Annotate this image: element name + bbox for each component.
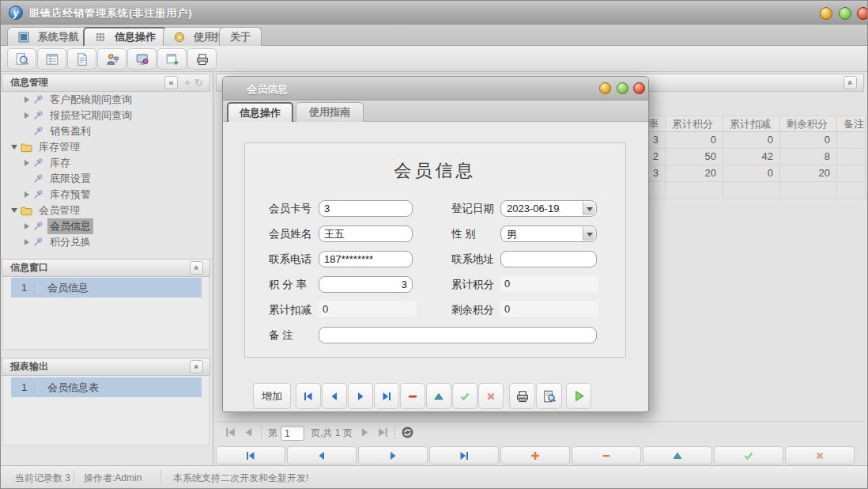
table-cell[interactable] [837, 149, 866, 165]
collapse-content-button[interactable]: « [843, 76, 857, 89]
table-cell[interactable]: 20 [666, 165, 723, 182]
window-close-button[interactable] [857, 7, 868, 20]
page-first-button[interactable] [224, 426, 237, 442]
search-preview-button[interactable] [7, 48, 36, 70]
dialog-maximize-button[interactable] [617, 82, 628, 94]
points-rate-input[interactable] [319, 276, 413, 293]
tree-item-points-exchange[interactable]: 积分兑换 [3, 234, 207, 250]
grid-prev-button[interactable] [287, 446, 357, 464]
monitor-button[interactable] [127, 48, 157, 70]
grid-delete-button[interactable] [572, 446, 641, 464]
collapse-panel-button[interactable]: « [190, 360, 203, 373]
tree-folder-member-management[interactable]: 会员管理 [3, 203, 207, 218]
grid-confirm-button[interactable] [714, 446, 783, 464]
tree-item-damage-register-query[interactable]: 报损登记期间查询 [3, 108, 207, 123]
print-preview-button[interactable] [536, 383, 562, 409]
window-minimize-button[interactable] [820, 7, 832, 20]
dialog-tab-info-ops[interactable]: 信息操作 [227, 102, 293, 122]
expand-icon[interactable] [25, 112, 29, 119]
expand-icon[interactable] [25, 160, 29, 166]
table-cell[interactable] [837, 132, 866, 149]
collapse-icon[interactable] [11, 208, 17, 213]
tab-system-nav[interactable]: 系统导航 [7, 27, 90, 46]
grid-last-button[interactable] [429, 446, 499, 464]
collapse-sidebar-button[interactable]: « [164, 76, 178, 89]
dialog-close-button[interactable] [633, 82, 645, 94]
register-date-combobox[interactable]: 2023-06-19 [500, 200, 597, 217]
card-number-input[interactable] [319, 200, 413, 217]
tree-item-customer-fitting-query[interactable]: 客户配镜期间查询 [3, 92, 207, 108]
grid-first-button[interactable] [216, 446, 285, 464]
record-first-button[interactable] [296, 383, 321, 409]
run-report-button[interactable] [566, 383, 591, 409]
chevron-down-icon[interactable] [583, 227, 595, 241]
record-prev-button[interactable] [322, 383, 347, 409]
table-cell[interactable]: 0 [723, 165, 780, 182]
table-cell[interactable]: 0 [723, 132, 780, 149]
grid-add-button[interactable] [500, 446, 570, 464]
record-edit-button[interactable] [426, 383, 451, 409]
expand-icon[interactable] [25, 97, 29, 103]
page-last-button[interactable] [376, 426, 390, 442]
operator-button[interactable] [97, 48, 126, 70]
report-output-list-item[interactable]: 1 会员信息表 [11, 377, 202, 397]
printer-button[interactable] [187, 48, 217, 70]
refresh-button[interactable] [401, 426, 414, 442]
collapse-panel-button[interactable]: « [190, 261, 203, 275]
add-record-button[interactable]: 增加 [253, 383, 291, 409]
record-confirm-button[interactable] [452, 383, 477, 409]
window-maximize-button[interactable] [839, 7, 851, 20]
address-input[interactable] [500, 251, 597, 267]
print-button[interactable] [509, 383, 535, 409]
grid-edit-button[interactable] [643, 446, 712, 464]
points-rate-label: 积 分 率 [269, 276, 307, 293]
page-prev-button[interactable] [242, 426, 255, 442]
document-button[interactable] [67, 48, 96, 70]
phone-input[interactable] [319, 251, 413, 267]
page-next-button[interactable] [358, 426, 372, 442]
column-header[interactable]: 累计积分 [666, 116, 723, 132]
dialog-tab-user-guide[interactable]: 使用指南 [296, 102, 364, 122]
remark-input[interactable] [319, 327, 597, 343]
column-header[interactable]: 备注 [837, 116, 866, 132]
member-name-input[interactable] [319, 226, 413, 242]
tree-item-floor-limit-setting[interactable]: 底限设置 [3, 171, 207, 187]
tree-item-inventory[interactable]: 库存 [3, 155, 207, 171]
tree-folder-inventory-management[interactable]: 库存管理 [3, 139, 207, 155]
refresh-icon[interactable]: ↻ [194, 76, 203, 89]
table-cell[interactable] [837, 165, 866, 182]
record-cancel-button[interactable] [478, 383, 504, 409]
tab-about[interactable]: 关于 [219, 27, 262, 46]
add-icon[interactable]: + [184, 76, 191, 89]
grid-next-button[interactable] [358, 446, 428, 464]
record-last-button[interactable] [374, 383, 399, 409]
gender-combobox[interactable]: 男 [500, 226, 597, 242]
panel-title: 报表输出 [10, 361, 48, 372]
expand-icon[interactable] [25, 191, 29, 198]
table-cell[interactable]: 20 [780, 165, 837, 182]
record-delete-button[interactable] [400, 383, 425, 409]
x-icon [485, 390, 497, 403]
list-view-button[interactable] [37, 48, 66, 70]
table-cell[interactable]: 8 [780, 149, 837, 165]
expand-icon[interactable] [25, 223, 29, 229]
tree-item-sales-profit[interactable]: 销售盈利 [3, 123, 207, 139]
tree-item-member-info[interactable]: 会员信息 [3, 218, 207, 234]
collapse-icon[interactable] [11, 145, 17, 150]
dialog-minimize-button[interactable] [599, 82, 611, 94]
tree-item-inventory-warning[interactable]: 库存预警 [3, 187, 207, 203]
table-cell[interactable]: 42 [723, 149, 780, 165]
chevron-down-icon[interactable] [583, 202, 595, 215]
column-header[interactable]: 剩余积分 [780, 116, 837, 132]
new-window-button[interactable] [157, 48, 187, 70]
table-cell[interactable]: 0 [780, 132, 837, 149]
table-cell[interactable]: 0 [666, 132, 723, 149]
record-next-button[interactable] [348, 383, 373, 409]
expand-icon[interactable] [25, 239, 29, 245]
table-cell[interactable]: 50 [666, 149, 723, 165]
column-header[interactable]: 累计扣减 [723, 116, 780, 132]
tab-info-ops[interactable]: 信息操作 [83, 27, 168, 46]
page-number-input[interactable] [281, 426, 304, 441]
info-window-list-item[interactable]: 1 会员信息 [11, 278, 202, 298]
grid-cancel-button[interactable] [785, 446, 855, 464]
